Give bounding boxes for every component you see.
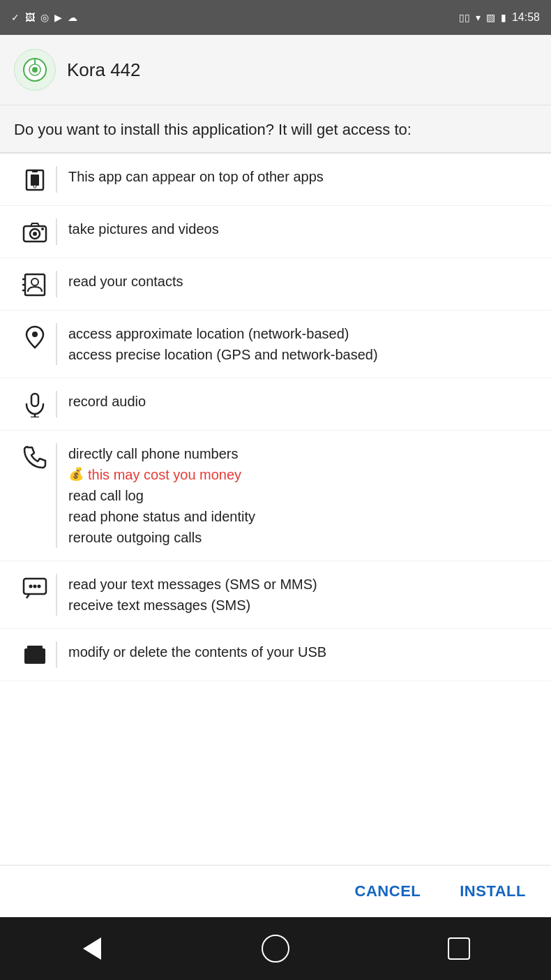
play-icon: ▶ xyxy=(54,12,62,23)
status-icons-right: ▯▯ ▾ ▨ ▮ 14:58 xyxy=(459,11,540,24)
permission-icon-overlay xyxy=(14,166,56,193)
svg-rect-6 xyxy=(32,170,38,172)
permission-item-contacts: read your contacts xyxy=(0,258,551,311)
warning-money: 💰 this may cost you money xyxy=(68,464,537,485)
app-icon xyxy=(14,49,56,91)
svg-point-1 xyxy=(32,67,38,73)
permission-icon-microphone xyxy=(14,391,56,417)
action-bar: CANCEL INSTALL xyxy=(0,865,551,917)
svg-point-23 xyxy=(33,584,37,588)
divider xyxy=(56,271,57,297)
app-title: Kora 442 xyxy=(67,59,141,81)
home-button[interactable] xyxy=(258,931,293,966)
svg-point-11 xyxy=(41,228,44,230)
divider xyxy=(56,166,57,193)
app-header: Kora 442 xyxy=(0,35,551,105)
permission-icon-sms xyxy=(14,574,56,600)
svg-rect-25 xyxy=(24,648,45,664)
status-time: 14:58 xyxy=(512,11,540,24)
navigation-bar xyxy=(0,917,551,980)
permission-item-storage: modify or delete the contents of your US… xyxy=(0,629,551,681)
cloud-icon: ☁ xyxy=(68,12,77,23)
svg-point-17 xyxy=(32,332,38,337)
permission-item-camera: take pictures and videos xyxy=(0,206,551,258)
permission-icon-camera xyxy=(14,218,56,245)
money-icon: 💰 xyxy=(68,465,84,484)
divider xyxy=(56,574,57,616)
permission-icon-location xyxy=(14,323,56,350)
wifi-icon: ▾ xyxy=(476,12,481,23)
permission-text-phone: directly call phone numbers 💰 this may c… xyxy=(68,443,537,548)
cancel-button[interactable]: CANCEL xyxy=(347,877,430,906)
circle-icon: ◎ xyxy=(40,12,49,23)
divider xyxy=(56,218,57,245)
permission-icon-storage xyxy=(14,641,56,668)
divider xyxy=(56,391,57,417)
permission-text-storage: modify or delete the contents of your US… xyxy=(68,641,537,662)
permission-text-location: access approximate location (network-bas… xyxy=(68,323,537,365)
permission-item-phone: directly call phone numbers 💰 this may c… xyxy=(0,431,551,561)
permission-text-contacts: read your contacts xyxy=(68,271,537,292)
main-content: Kora 442 Do you want to install this app… xyxy=(0,35,551,917)
status-bar: ✓ 🖼 ◎ ▶ ☁ ▯▯ ▾ ▨ ▮ 14:58 xyxy=(0,0,551,35)
permission-text-sms: read your text messages (SMS or MMS) rec… xyxy=(68,574,537,616)
status-icons-left: ✓ 🖼 ◎ ▶ ☁ xyxy=(11,12,77,23)
svg-rect-18 xyxy=(31,394,38,406)
svg-point-13 xyxy=(31,279,38,285)
signal-icon: ▨ xyxy=(486,12,495,23)
image-icon: 🖼 xyxy=(25,12,35,23)
svg-point-22 xyxy=(29,584,33,588)
install-description: Do you want to install this application?… xyxy=(0,105,551,154)
permission-icon-contacts xyxy=(14,271,56,297)
permissions-list: This app can appear on top of other apps… xyxy=(0,154,551,865)
permission-item-microphone: record audio xyxy=(0,378,551,431)
svg-point-7 xyxy=(33,185,36,188)
divider xyxy=(56,443,57,548)
svg-rect-5 xyxy=(31,175,39,186)
svg-point-10 xyxy=(33,232,37,236)
recents-button[interactable] xyxy=(441,931,476,966)
permission-icon-phone xyxy=(14,443,56,470)
svg-point-24 xyxy=(38,584,41,588)
install-button[interactable]: INSTALL xyxy=(451,877,534,906)
back-button[interactable] xyxy=(75,931,110,966)
divider xyxy=(56,323,57,365)
permission-text-microphone: record audio xyxy=(68,391,537,412)
vibrate-icon: ▯▯ xyxy=(459,12,470,23)
divider xyxy=(56,641,57,668)
permission-text-camera: take pictures and videos xyxy=(68,218,537,239)
permission-item-sms: read your text messages (SMS or MMS) rec… xyxy=(0,561,551,629)
permission-item-location: access approximate location (network-bas… xyxy=(0,311,551,378)
permission-item-overlay: This app can appear on top of other apps xyxy=(0,154,551,206)
permission-text-overlay: This app can appear on top of other apps xyxy=(68,166,537,187)
battery-icon: ▮ xyxy=(501,12,506,23)
svg-rect-26 xyxy=(27,646,43,650)
check-icon: ✓ xyxy=(11,12,20,23)
